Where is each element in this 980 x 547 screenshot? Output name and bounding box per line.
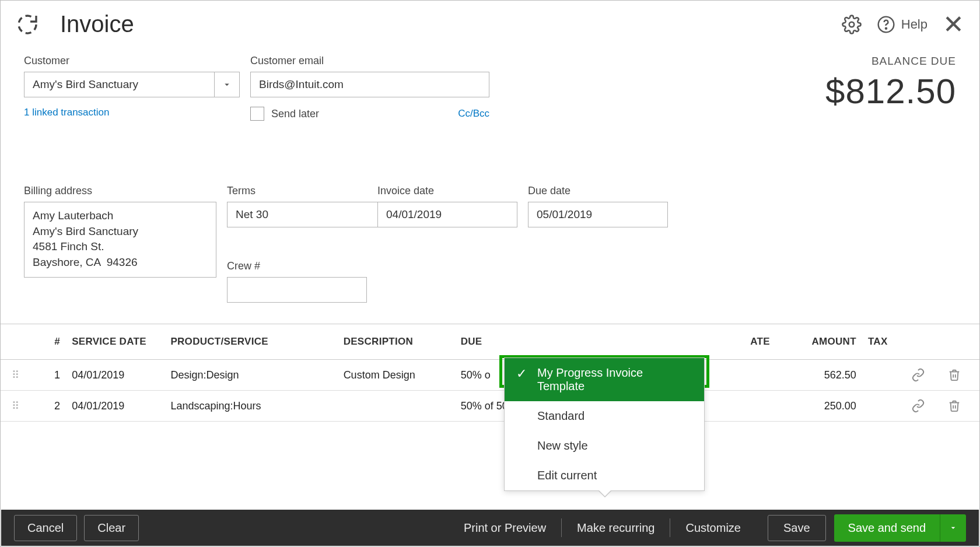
- chevron-down-icon[interactable]: [214, 72, 240, 97]
- col-service-date: SERVICE DATE: [66, 324, 164, 360]
- page-title: Invoice: [60, 11, 134, 37]
- link-icon[interactable]: [905, 360, 942, 391]
- customer-select[interactable]: [24, 72, 240, 97]
- delete-row-button[interactable]: [942, 360, 979, 391]
- print-preview-button[interactable]: Print or Preview: [449, 521, 561, 535]
- col-due: DUE: [455, 324, 702, 360]
- template-standard[interactable]: Standard: [505, 401, 704, 431]
- row-product[interactable]: Design:Design: [164, 360, 337, 391]
- balance-due-value: $812.50: [825, 71, 956, 111]
- template-edit-current[interactable]: Edit current: [505, 461, 704, 490]
- due-date-input[interactable]: [528, 202, 668, 227]
- terms-value[interactable]: [227, 202, 382, 227]
- col-rate: ATE: [702, 324, 776, 360]
- line-items-table: # SERVICE DATE PRODUCT/SERVICE DESCRIPTI…: [1, 324, 979, 422]
- linked-transaction-link[interactable]: 1 linked transaction: [24, 107, 240, 118]
- row-tax[interactable]: [862, 391, 905, 422]
- terms-select[interactable]: [227, 202, 367, 227]
- svg-point-0: [849, 22, 855, 27]
- row-tax[interactable]: [862, 360, 905, 391]
- row-product[interactable]: Landscaping:Hours: [164, 391, 337, 422]
- due-date-label: Due date: [528, 185, 668, 197]
- billing-address-input[interactable]: [24, 202, 216, 278]
- row-rate[interactable]: [702, 360, 776, 391]
- col-amount: AMOUNT: [776, 324, 862, 360]
- cancel-button[interactable]: Cancel: [14, 515, 77, 541]
- drag-handle-icon[interactable]: ⠿: [12, 369, 20, 381]
- email-input[interactable]: [250, 72, 489, 97]
- template-my-progress[interactable]: My Progress Invoice Template: [505, 358, 704, 401]
- table-row[interactable]: ⠿104/01/2019Design:DesignCustom Design50…: [1, 360, 979, 391]
- save-and-send-button[interactable]: Save and send: [834, 514, 940, 542]
- help-button[interactable]: Help: [877, 15, 928, 34]
- footer-bar: Cancel Clear Print or Preview Make recur…: [1, 510, 979, 546]
- help-label: Help: [901, 17, 928, 32]
- delete-row-button[interactable]: [942, 391, 979, 422]
- recurring-icon: [16, 13, 39, 36]
- row-description[interactable]: [338, 391, 455, 422]
- row-num: 1: [32, 360, 66, 391]
- col-num: #: [32, 324, 66, 360]
- svg-point-2: [886, 27, 887, 29]
- balance-due-label: BALANCE DUE: [825, 55, 956, 68]
- settings-button[interactable]: [842, 15, 862, 34]
- customize-button[interactable]: Customize: [670, 521, 755, 535]
- row-service-date[interactable]: 04/01/2019: [66, 391, 164, 422]
- chevron-down-icon: [949, 523, 958, 532]
- customer-value[interactable]: [24, 72, 214, 97]
- send-later-label: Send later: [271, 108, 319, 120]
- customer-label: Customer: [24, 55, 240, 67]
- link-icon[interactable]: [905, 391, 942, 422]
- row-rate[interactable]: [702, 391, 776, 422]
- crew-input[interactable]: [227, 277, 367, 303]
- close-button[interactable]: ✕: [943, 12, 964, 37]
- drag-handle-icon[interactable]: ⠿: [12, 400, 20, 412]
- email-label: Customer email: [250, 55, 489, 67]
- invoice-date-input[interactable]: [377, 202, 517, 227]
- billing-address-label: Billing address: [24, 185, 216, 197]
- col-product-service: PRODUCT/SERVICE: [164, 324, 337, 360]
- help-icon: [877, 15, 895, 34]
- terms-label: Terms: [227, 185, 367, 197]
- row-amount[interactable]: 250.00: [776, 391, 862, 422]
- save-and-send-dropdown[interactable]: [940, 514, 966, 542]
- ccbcc-link[interactable]: Cc/Bcc: [458, 108, 489, 120]
- make-recurring-button[interactable]: Make recurring: [562, 521, 670, 535]
- gear-icon: [842, 15, 862, 34]
- row-amount[interactable]: 562.50: [776, 360, 862, 391]
- row-description[interactable]: Custom Design: [338, 360, 455, 391]
- save-button[interactable]: Save: [768, 515, 826, 541]
- col-tax: TAX: [862, 324, 905, 360]
- table-row[interactable]: ⠿204/01/2019Landscaping:Hours50% of 500.…: [1, 391, 979, 422]
- row-service-date[interactable]: 04/01/2019: [66, 360, 164, 391]
- crew-label: Crew #: [227, 260, 367, 272]
- clear-button[interactable]: Clear: [84, 515, 139, 541]
- col-description: DESCRIPTION: [338, 324, 455, 360]
- send-later-checkbox[interactable]: [250, 107, 264, 121]
- template-new-style[interactable]: New style: [505, 431, 704, 461]
- invoice-date-label: Invoice date: [377, 185, 517, 197]
- row-num: 2: [32, 391, 66, 422]
- customize-menu: My Progress Invoice Template Standard Ne…: [504, 357, 705, 491]
